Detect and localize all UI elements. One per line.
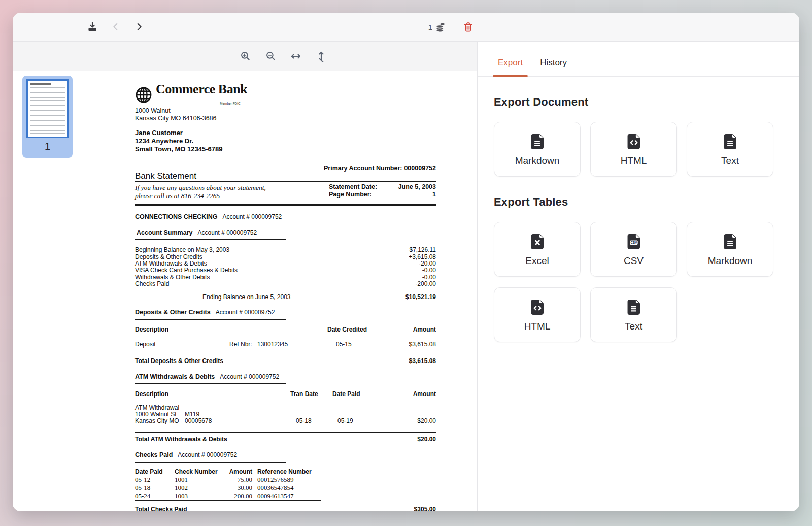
export-doc-markdown-card[interactable]: Markdown — [494, 122, 581, 177]
bank-address-line1: 1000 Walnut — [135, 107, 436, 115]
check-reference: 00036547854 — [257, 484, 294, 491]
tab-export[interactable]: Export — [492, 55, 529, 76]
divider — [374, 289, 436, 289]
checks-title: Checks Paid — [135, 451, 173, 458]
card-label: HTML — [621, 155, 647, 167]
export-tables-markdown-card[interactable]: Markdown — [687, 222, 773, 277]
export-doc-text-card[interactable]: Text — [687, 122, 773, 177]
csv-icon-label: CSV — [630, 241, 637, 244]
export-tables-text-card[interactable]: Text — [590, 287, 677, 342]
summary-value: +3,615.08 — [409, 254, 436, 260]
tab-history[interactable]: History — [534, 55, 573, 76]
atm-total-value: $20.00 — [417, 436, 436, 443]
statement-note-block: If you have any questions about your sta… — [135, 182, 436, 204]
statement-date-value: June 5, 2003 — [398, 184, 436, 190]
markdown-file-icon — [528, 133, 547, 151]
summary-row: VISA Check Card Purchases & Debits-0.00 — [135, 267, 436, 274]
bank-address: 1000 Walnut Kansas City MO 64106-3686 — [135, 107, 436, 122]
top-toolbar: 1 — [13, 13, 799, 42]
bank-name: Commerce Bank — [156, 82, 247, 96]
account-number: Account # 000009752 — [223, 213, 282, 220]
excel-file-icon — [528, 233, 547, 251]
deposit-description: Deposit — [135, 341, 156, 348]
card-label: Text — [721, 155, 739, 167]
deposits-total-label: Total Deposits & Other Credits — [135, 358, 223, 365]
markdown-file-icon — [721, 233, 739, 251]
check-number: 1003 — [175, 492, 188, 499]
delete-document-button[interactable] — [461, 20, 475, 34]
account-number: Account # 000009752 — [178, 451, 237, 458]
checks-title-row: Checks PaidAccount # 000009752 — [135, 452, 436, 458]
bank-brand: Commerce Bank Member FDIC — [135, 86, 436, 104]
ending-balance-value: $10,521.19 — [405, 294, 436, 301]
col-description: Description — [135, 390, 168, 398]
col-date-paid: Date Paid — [135, 469, 163, 475]
main-split: 1 Commerce Bank Member FDIC — [13, 42, 799, 511]
coins-stack-icon — [434, 20, 447, 34]
summary-row: ATM Withdrawals & Debits-20.00 — [135, 260, 436, 267]
divider — [135, 319, 286, 320]
ending-balance-label: Ending Balance on June 5, 2003 — [202, 294, 290, 301]
atm-row: ATM Withdrawal 1000 Walnut St M119 Kansa… — [135, 405, 436, 425]
export-tables-cards-row1: Excel CSV CSV — [494, 222, 799, 277]
divider — [135, 354, 436, 354]
summary-label: Deposits & Other Credits — [135, 254, 202, 260]
csv-file-icon: CSV — [625, 233, 643, 251]
atm-total-label: Total ATM Withdrawals & Debits — [135, 436, 227, 443]
chevron-left-icon — [110, 21, 121, 32]
col-amount: Amount — [209, 469, 252, 475]
checks-total-row: Total Checks Paid $305.00 — [135, 506, 436, 511]
page-thumbnail-1[interactable]: 1 — [22, 76, 73, 158]
zoom-out-button[interactable] — [264, 50, 277, 63]
fit-width-button[interactable] — [289, 50, 302, 63]
globe-logo-icon — [135, 86, 152, 104]
summary-row: Withdrawals & Other Debits-0.00 — [135, 274, 436, 281]
statement-page: Commerce Bank Member FDIC 1000 Walnut Ka… — [135, 86, 436, 511]
atm-header-row: Description Tran Date Date Paid Amount — [135, 391, 436, 398]
fit-width-icon — [290, 50, 302, 62]
deposits-total-row: Total Deposits & Other Credits $3,615.08 — [135, 358, 436, 365]
checks-table: Date Paid Check Number Amount Reference … — [135, 469, 321, 501]
checks-header-row: Date Paid Check Number Amount Reference … — [135, 469, 321, 476]
atm-date-paid: 05-19 — [337, 418, 353, 424]
export-tables-html-card[interactable]: HTML — [494, 287, 581, 342]
primary-account-label: Primary Account Number: — [324, 165, 402, 172]
ending-balance-row: Ending Balance on June 5, 2003 $10,521.1… — [135, 294, 436, 301]
account-summary-title-row: Account SummaryAccount # 000009752 — [135, 229, 436, 236]
fit-height-button[interactable] — [315, 50, 328, 63]
export-tables-excel-card[interactable]: Excel — [494, 222, 581, 277]
trash-icon — [462, 21, 474, 33]
export-doc-html-card[interactable]: HTML — [590, 122, 677, 177]
member-fdic-label: Member FDIC — [220, 100, 241, 107]
fit-height-icon — [315, 50, 327, 62]
card-label: HTML — [524, 321, 551, 332]
deposit-date: 05-15 — [336, 341, 352, 348]
check-reference: 00012576589 — [257, 476, 294, 483]
page-number-value: 1 — [432, 191, 436, 198]
deposits-title-row: Deposits & Other CreditsAccount # 000009… — [135, 309, 436, 316]
prev-page-button[interactable] — [109, 20, 122, 34]
page-stack-count: 1 — [428, 23, 432, 31]
account-number: Account # 000009752 — [197, 229, 257, 236]
export-document-cards: Markdown HTML Text — [494, 122, 799, 177]
export-tables-csv-card[interactable]: CSV CSV — [590, 222, 677, 277]
document-canvas: 1 Commerce Bank Member FDIC — [13, 71, 477, 511]
atm-reference: 00005678 — [185, 418, 212, 424]
zoom-in-button[interactable] — [239, 50, 252, 63]
deposit-row: Deposit Ref Nbr: 130012345 05-15 $3,615.… — [135, 341, 436, 348]
page-stack-indicator[interactable]: 1 — [428, 20, 447, 34]
check-number: 1002 — [175, 484, 188, 491]
download-button[interactable] — [86, 20, 99, 34]
summary-label: ATM Withdrawals & Debits — [135, 260, 207, 267]
check-date: 05-18 — [135, 484, 150, 491]
chevron-right-icon — [133, 21, 145, 32]
checks-total-value: $305.00 — [414, 506, 436, 511]
toolbar-right-group: 1 — [428, 20, 799, 34]
export-tables-heading: Export Tables — [494, 195, 799, 209]
primary-account-value: 000009752 — [404, 165, 436, 172]
primary-account-row: Primary Account Number: 000009752 — [135, 165, 436, 172]
checks-total-label: Total Checks Paid — [135, 506, 187, 511]
atm-title: ATM Withdrawals & Debits — [135, 373, 215, 380]
next-page-button[interactable] — [132, 20, 146, 34]
summary-label: Beginning Balance on May 3, 2003 — [135, 247, 229, 253]
